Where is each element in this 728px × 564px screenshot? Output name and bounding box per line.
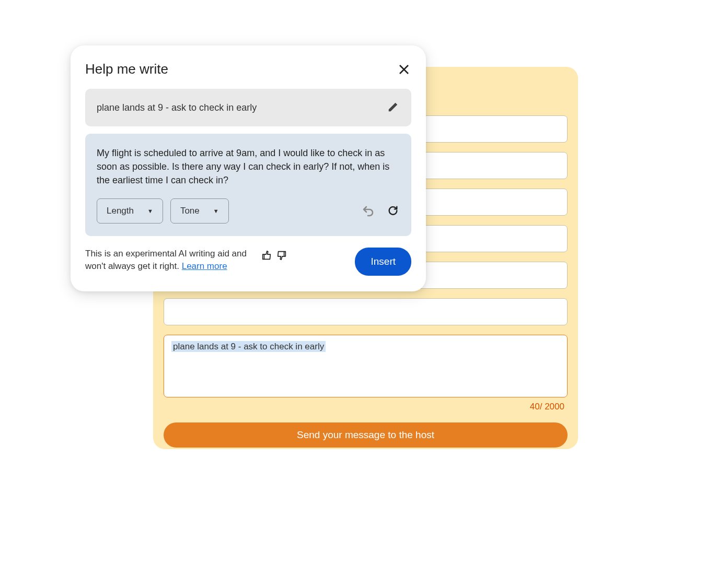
chevron-down-icon: ▼ — [213, 208, 219, 214]
dropdown-group: Length ▼ Tone ▼ — [97, 198, 229, 224]
undo-button[interactable] — [361, 204, 375, 218]
form-field[interactable] — [164, 298, 568, 325]
send-message-button[interactable]: Send your message to the host — [164, 422, 568, 448]
edit-prompt-button[interactable] — [387, 101, 400, 114]
modal-title: Help me write — [85, 61, 168, 77]
send-button-label: Send your message to the host — [297, 429, 434, 441]
thumbs-down-button[interactable] — [275, 249, 288, 262]
message-textarea[interactable]: plane lands at 9 - ask to check in early — [164, 335, 568, 397]
modal-header: Help me write — [85, 61, 411, 77]
learn-more-link[interactable]: Learn more — [182, 261, 227, 271]
selected-text: plane lands at 9 - ask to check in early — [171, 341, 326, 352]
help-me-write-modal: Help me write plane lands at 9 - ask to … — [71, 45, 426, 291]
controls-row: Length ▼ Tone ▼ — [97, 198, 400, 224]
close-button[interactable] — [397, 62, 411, 77]
insert-label: Insert — [371, 256, 396, 267]
length-label: Length — [107, 206, 134, 216]
insert-button[interactable]: Insert — [355, 248, 411, 276]
prompt-text: plane lands at 9 - ask to check in early — [97, 102, 257, 113]
close-icon — [399, 64, 409, 75]
disclaimer-text: This is an experimental AI writing aid a… — [85, 248, 252, 273]
tone-dropdown[interactable]: Tone ▼ — [170, 198, 229, 224]
length-dropdown[interactable]: Length ▼ — [97, 198, 163, 224]
chevron-down-icon: ▼ — [147, 208, 153, 214]
prompt-box: plane lands at 9 - ask to check in early — [85, 89, 411, 126]
modal-footer: This is an experimental AI writing aid a… — [85, 248, 411, 276]
refresh-icon — [387, 205, 399, 217]
thumbs-down-icon — [276, 250, 287, 261]
action-icons — [361, 204, 400, 218]
response-box: My flight is scheduled to arrive at 9am,… — [85, 134, 411, 236]
thumbs-up-icon — [261, 250, 272, 261]
feedback-thumbs — [260, 249, 288, 262]
char-counter: 40/ 2000 — [164, 402, 568, 412]
thumbs-up-button[interactable] — [260, 249, 273, 262]
disclaimer-section: This is an experimental AI writing aid a… — [85, 248, 288, 273]
generated-response: My flight is scheduled to arrive at 9am,… — [97, 146, 400, 187]
undo-icon — [362, 205, 374, 217]
pencil-icon — [387, 101, 399, 113]
tone-label: Tone — [180, 206, 200, 216]
regenerate-button[interactable] — [386, 204, 400, 218]
